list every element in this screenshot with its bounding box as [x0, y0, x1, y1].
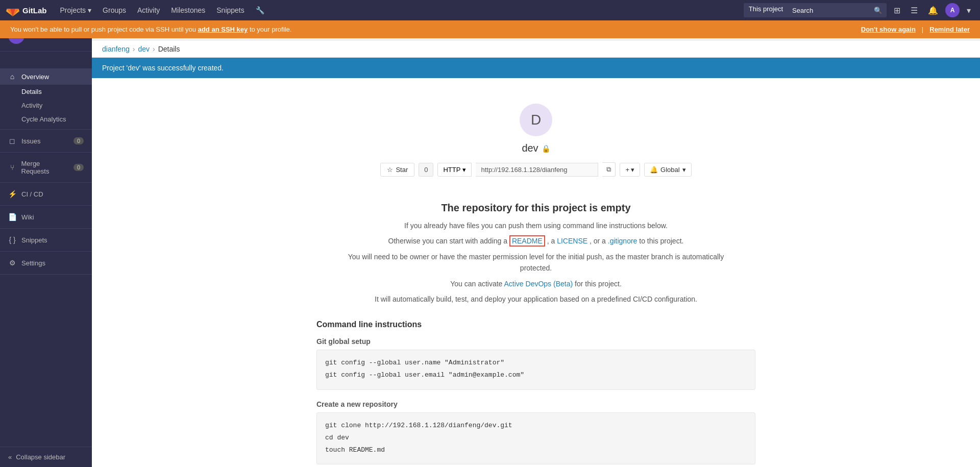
- code-line-3: git clone http://192.168.1.128/dianfeng/…: [325, 420, 747, 431]
- http-dropdown[interactable]: HTTP ▾: [437, 163, 472, 177]
- layout-icon: ⊞: [894, 6, 900, 15]
- project-title: dev 🔒: [522, 142, 550, 154]
- code-line-5: touch README.md: [325, 445, 747, 456]
- action-bar: ☆ Star 0 HTTP ▾ ⧉ + ▾ 🔔 Glo: [380, 162, 691, 177]
- chevron-down-icon: ▾: [88, 6, 91, 14]
- wrench-icon: 🔧: [256, 6, 264, 14]
- devops-link[interactable]: Active DevOps (Beta): [504, 280, 573, 288]
- breadcrumb-sep-2: ›: [153, 45, 155, 53]
- breadcrumb-current: Details: [158, 45, 180, 53]
- sidebar: D dev ⌂ Overview Details Activity Cycle …: [0, 20, 92, 467]
- sidebar-overview-section: ⌂ Overview Details Activity Cycle Analyt…: [0, 65, 92, 130]
- search-button[interactable]: 🔍: [870, 3, 887, 17]
- nav-activity[interactable]: Activity: [132, 4, 165, 16]
- notifications-button[interactable]: 🔔 Global ▾: [644, 163, 692, 177]
- star-icon: ☆: [387, 166, 393, 174]
- sidebar-mr-section: ⑂ Merge Requests 0: [0, 153, 92, 183]
- nav-groups[interactable]: Groups: [97, 4, 131, 16]
- new-item-button[interactable]: + ▾: [620, 163, 640, 177]
- breadcrumb-repo-link[interactable]: dev: [138, 45, 150, 53]
- wiki-icon: 📄: [8, 213, 16, 221]
- git-global-subsection: Git global setup git config --global use…: [316, 337, 755, 389]
- app-name: GitLab: [22, 6, 47, 15]
- copy-icon: ⧉: [606, 165, 611, 173]
- sidebar-item-merge-requests[interactable]: ⑂ Merge Requests 0: [0, 156, 92, 179]
- mr-badge: 0: [74, 164, 84, 171]
- sidebar-sub-item-details[interactable]: Details: [0, 85, 92, 99]
- main-content: dianfeng › dev › Details Project 'dev' w…: [92, 20, 980, 467]
- gitignore-link[interactable]: .gitignore: [608, 237, 638, 245]
- create-repo-subsection: Create a new repository git clone http:/…: [316, 400, 755, 464]
- search-input[interactable]: [788, 3, 870, 17]
- project-header: D dev 🔒 ☆ Star 0 HTTP ▾ ⧉: [102, 93, 970, 192]
- cli-title: Command line instructions: [316, 320, 755, 329]
- lock-icon: 🔒: [542, 144, 550, 153]
- todo-icon-btn[interactable]: ☰: [908, 4, 921, 17]
- sidebar-settings-section: ⚙ Settings: [0, 252, 92, 275]
- issues-icon: 🔔: [928, 6, 938, 15]
- sidebar-collapse-button[interactable]: « Collapse sidebar: [0, 447, 92, 467]
- chevron-down-icon: ▾: [682, 166, 686, 174]
- git-global-code-block: git config --global user.name "Administr…: [316, 350, 755, 389]
- code-section: Command line instructions Git global set…: [316, 320, 755, 464]
- app-logo[interactable]: GitLab: [6, 4, 47, 17]
- nav-projects[interactable]: Projects ▾: [55, 4, 97, 16]
- sidebar-snippets-section: { } Snippets: [0, 229, 92, 252]
- chevron-down-icon: ▾: [967, 6, 971, 15]
- sidebar-item-settings[interactable]: ⚙ Settings: [0, 255, 92, 271]
- layout-icon-btn[interactable]: ⊞: [891, 4, 903, 17]
- code-line-1: git config --global user.name "Administr…: [325, 357, 747, 368]
- dont-show-again-link[interactable]: Don't show again: [861, 26, 916, 33]
- home-icon: ⌂: [8, 72, 16, 81]
- sidebar-ci-section: ⚡ CI / CD: [0, 183, 92, 206]
- nav-right: This project 🔍 ⊞ ☰ 🔔 A ▾: [744, 3, 974, 17]
- nav-snippets[interactable]: Snippets: [211, 4, 249, 16]
- sidebar-wiki-section: 📄 Wiki: [0, 206, 92, 229]
- readme-link[interactable]: README: [509, 235, 545, 247]
- breadcrumb-owner-link[interactable]: dianfeng: [102, 45, 130, 53]
- search-scope-label[interactable]: This project: [744, 3, 788, 17]
- empty-repo-desc2: Otherwise you can start with adding a RE…: [332, 235, 740, 247]
- create-repo-code-block: git clone http://192.168.1.128/dianfeng/…: [316, 412, 755, 464]
- empty-repo-desc3: You will need to be owner or have the ma…: [332, 251, 740, 274]
- copy-url-button[interactable]: ⧉: [602, 162, 616, 177]
- issues-icon: ◻: [8, 137, 16, 145]
- flash-success: Project 'dev' was successfully created.: [92, 58, 980, 78]
- nav-wrench[interactable]: 🔧: [251, 4, 270, 16]
- breadcrumb-sep-1: ›: [133, 45, 135, 53]
- sidebar-sub-item-activity[interactable]: Activity: [0, 99, 92, 112]
- issues-badge: 0: [74, 137, 84, 144]
- remind-later-link[interactable]: Remind later: [929, 26, 970, 33]
- sidebar-issues-section: ◻ Issues 0: [0, 130, 92, 153]
- star-count: 0: [419, 163, 433, 177]
- merge-icon: ⑂: [8, 163, 16, 171]
- license-link[interactable]: LICENSE: [557, 237, 587, 245]
- sidebar-item-wiki[interactable]: 📄 Wiki: [0, 209, 92, 225]
- banner-actions: Don't show again | Remind later: [861, 26, 970, 33]
- sidebar-item-ci-cd[interactable]: ⚡ CI / CD: [0, 186, 92, 202]
- todo-icon: ☰: [911, 6, 918, 15]
- project-avatar: D: [520, 104, 552, 136]
- chevron-down-icon: ▾: [631, 166, 634, 174]
- create-repo-title: Create a new repository: [316, 400, 755, 408]
- collapse-icon: «: [8, 453, 12, 461]
- nav-milestones[interactable]: Milestones: [166, 4, 210, 16]
- user-avatar-button[interactable]: A: [945, 3, 960, 17]
- sidebar-item-snippets[interactable]: { } Snippets: [0, 232, 92, 248]
- top-navigation: GitLab Projects ▾ Groups Activity Milest…: [0, 0, 980, 20]
- code-line-2: git config --global user.email "admin@ex…: [325, 370, 747, 381]
- sidebar-item-overview[interactable]: ⌂ Overview: [0, 68, 92, 85]
- sidebar-item-issues[interactable]: ◻ Issues 0: [0, 133, 92, 149]
- sidebar-sub-item-cycle-analytics[interactable]: Cycle Analytics: [0, 112, 92, 126]
- star-button[interactable]: ☆ Star: [380, 163, 414, 177]
- repo-url-input[interactable]: [476, 163, 598, 177]
- project-area: D dev 🔒 ☆ Star 0 HTTP ▾ ⧉: [92, 78, 980, 467]
- user-menu-chevron[interactable]: ▾: [964, 4, 974, 17]
- issues-icon-btn[interactable]: 🔔: [925, 4, 941, 17]
- chevron-down-icon: ▾: [462, 166, 466, 174]
- snippets-icon: { }: [8, 236, 16, 244]
- add-ssh-key-link[interactable]: add an SSH key: [198, 26, 248, 33]
- nav-items: Projects ▾ Groups Activity Milestones Sn…: [55, 4, 270, 16]
- empty-repo-desc5: It will automatically build, test, and d…: [332, 293, 740, 305]
- ssh-warning-banner: You won't be able to pull or push projec…: [0, 20, 980, 38]
